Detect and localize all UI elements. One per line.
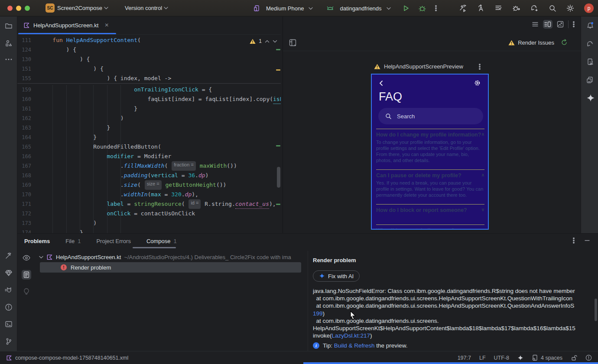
code-line[interactable]: 168 .padding(vertical = 36.dp)	[17, 171, 281, 180]
split-view-toggle[interactable]	[543, 20, 552, 29]
problems-tree-file-row[interactable]: HelpAndSupportScreen.kt ~/AndroidStudioP…	[39, 252, 291, 262]
gradle-sync-icon[interactable]	[530, 4, 539, 12]
code-line[interactable]: 160 faqList[index] = faqList[index].copy…	[17, 94, 281, 104]
run-button[interactable]	[403, 5, 410, 12]
tab-compose[interactable]: Compose1	[146, 238, 177, 244]
zoom-button[interactable]	[25, 6, 30, 11]
notifications-bell-icon[interactable]	[586, 22, 594, 29]
device-selector[interactable]: Medium Phone	[266, 5, 304, 12]
problems-title[interactable]: Problems	[24, 238, 50, 244]
code-editor[interactable]: HelpAndSupportScreen.kt ✕ 111 fun HelpAn…	[17, 16, 281, 233]
search-input[interactable]: Search	[378, 108, 483, 124]
render-issues-status[interactable]: Render Issues	[508, 39, 568, 46]
preview-menu-kebab-icon[interactable]	[573, 21, 575, 28]
build-refresh-link[interactable]: Build & Refresh	[334, 342, 375, 349]
code-line[interactable]: 162 )	[17, 114, 281, 123]
panel-options-kebab-icon[interactable]	[573, 237, 575, 244]
code-view-icon[interactable]	[532, 21, 539, 28]
build-run-icon[interactable]	[459, 4, 467, 12]
caret-position[interactable]: 197:7	[458, 355, 471, 361]
app-insights-gem-icon[interactable]	[5, 269, 13, 277]
debug-button[interactable]	[419, 5, 426, 12]
code-line[interactable]: 170 .widthIn(max = 320.dp),	[17, 190, 281, 199]
settings-gear-icon[interactable]	[566, 4, 574, 12]
quickfix-bulb-icon[interactable]	[23, 288, 29, 295]
code-line[interactable]: 165 RoundedFilledButton(	[17, 142, 281, 152]
file-encoding[interactable]: UTF-8	[494, 355, 509, 361]
run-config-selector[interactable]: datingandfriends	[340, 5, 381, 12]
close-button[interactable]	[7, 6, 13, 11]
code-line[interactable]: 124 ) {	[17, 45, 281, 55]
close-tab-icon[interactable]: ✕	[104, 22, 109, 28]
preview-item-menu-icon[interactable]	[479, 63, 481, 70]
details-scrollbar[interactable]	[595, 299, 597, 321]
code-line[interactable]: 130 ) {	[17, 55, 281, 64]
next-warning-icon[interactable]	[273, 40, 277, 43]
structure-icon[interactable]	[5, 39, 13, 47]
code-line[interactable]: 173 )	[17, 218, 281, 228]
tab-project-errors[interactable]: Project Errors	[96, 238, 130, 244]
indent-widget[interactable]: 4 spaces	[532, 354, 562, 361]
task-list-icon[interactable]	[495, 4, 503, 12]
code-line[interactable]: 166 modifier = Modifier	[17, 152, 281, 161]
status-file-name[interactable]: compose-compose-model-1758748140651.xml	[15, 355, 128, 361]
gradle-icon[interactable]	[586, 40, 595, 48]
code-line[interactable]: 167 .fillMaxWidth( fraction = maxWidth()…	[17, 161, 281, 171]
code-line[interactable]: 169 .size( size = getButtonHeight())	[17, 180, 281, 190]
fix-with-ai-button[interactable]: Fix with AI	[313, 270, 360, 282]
minimize-button[interactable]	[16, 6, 21, 11]
code-line[interactable]: 155 ) { index, model ->	[17, 74, 281, 83]
code-line[interactable]: 159 onTrailingIconClick = {	[17, 85, 281, 94]
render-problem-row[interactable]: ! Render problem	[40, 262, 301, 273]
search-icon[interactable]	[549, 4, 556, 12]
phone-settings-gear-icon[interactable]	[474, 79, 481, 87]
more-tool-windows-icon[interactable]	[5, 58, 13, 61]
minimize-panel-icon[interactable]	[584, 237, 590, 244]
code-line[interactable]: 174 }	[17, 228, 281, 233]
user-avatar[interactable]: p	[584, 3, 594, 13]
faq-question[interactable]: How do I change my profile information?∧	[376, 132, 484, 138]
unlocked-icon[interactable]	[571, 354, 577, 361]
error-highlight-icon[interactable]	[585, 354, 592, 361]
code-line[interactable]: 164 }	[17, 133, 281, 142]
ai-rename-icon[interactable]	[477, 4, 485, 12]
more-actions-icon[interactable]	[435, 5, 437, 12]
ui-check-mode-icon[interactable]	[289, 39, 296, 46]
git-branch-icon[interactable]	[5, 338, 13, 345]
preview-eye-icon[interactable]	[23, 255, 30, 261]
panel-splitter[interactable]	[308, 251, 308, 351]
line-ending[interactable]: LF	[479, 355, 486, 361]
project-menu[interactable]: Screen2Compose	[57, 5, 102, 11]
problems-icon[interactable]	[5, 303, 13, 311]
running-devices-icon[interactable]	[586, 58, 594, 66]
build-hammer-icon[interactable]	[5, 252, 13, 260]
trace-link[interactable]: LazyDsl.kt:217	[332, 332, 370, 339]
faq-question[interactable]: Can I pause or delete my profile?∧	[376, 172, 484, 179]
vcs-menu[interactable]: Version control	[125, 5, 162, 11]
code-line[interactable]: 163 }	[17, 123, 281, 133]
terminal-icon[interactable]	[5, 320, 13, 328]
editor-scrollbar[interactable]	[277, 167, 280, 188]
trace-link[interactable]: 199	[313, 310, 323, 317]
profiler-icon[interactable]	[513, 4, 520, 12]
prev-warning-icon[interactable]	[265, 40, 270, 43]
code-line[interactable]: 161 }	[17, 104, 281, 114]
code-line[interactable]: 171 label = stringResource( id = R.strin…	[17, 199, 281, 209]
faq-question[interactable]: How do I block or report someone?∨	[376, 207, 484, 213]
code-line[interactable]: 111 fun HelpAndSupportContent(	[17, 36, 281, 45]
ai-status-spark-icon[interactable]	[517, 355, 523, 361]
details-view-toggle[interactable]	[22, 270, 31, 280]
layout-inspector-icon[interactable]	[586, 76, 594, 84]
faq-question[interactable]: Why did my match disappear?∨	[376, 228, 484, 230]
back-chevron-icon[interactable]	[379, 80, 384, 86]
preview-name-row[interactable]: HelpAndSupportScreenPreview	[374, 63, 463, 70]
code-line[interactable]: 151 ) {	[17, 64, 281, 74]
chevron-down-icon[interactable]	[39, 256, 43, 259]
editor-tab[interactable]: HelpAndSupportScreen.kt ✕	[18, 16, 114, 34]
tab-file[interactable]: File1	[65, 238, 81, 244]
gemini-spark-icon[interactable]	[586, 94, 595, 102]
logcat-cat-icon[interactable]	[5, 286, 13, 294]
project-folder-icon[interactable]	[5, 22, 13, 30]
code-line[interactable]: 172 onClick = contactUsOnClick	[17, 209, 281, 218]
refresh-icon[interactable]	[561, 39, 568, 46]
